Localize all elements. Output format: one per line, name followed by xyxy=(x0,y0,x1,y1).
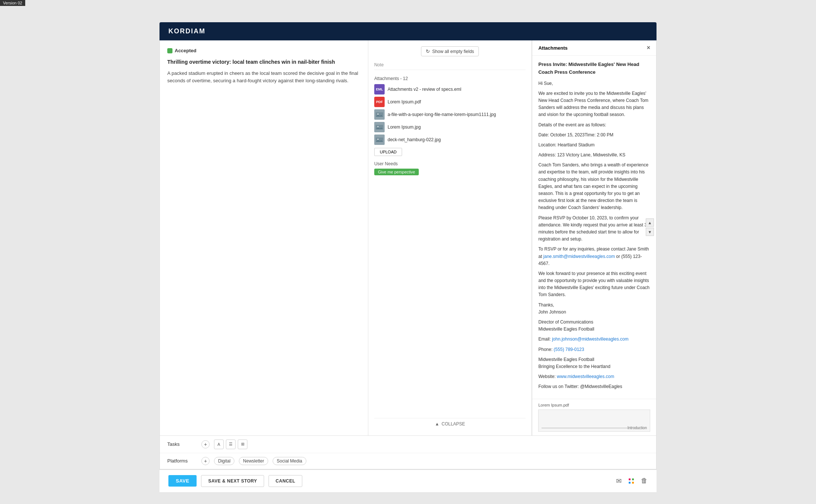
attachment-item[interactable]: PDF Lorem Ipsum.pdf xyxy=(374,97,526,107)
platform-tag-newsletter: Newsletter xyxy=(239,457,268,465)
right-panel-inner: Press Invite: Midwestville Eagles' New H… xyxy=(532,56,656,399)
email-link4[interactable]: www.midwestvilleeagles.com xyxy=(557,374,614,379)
save-button[interactable]: SAVE xyxy=(168,475,197,487)
save-next-button[interactable]: SAVE & NEXT STORY xyxy=(201,475,264,487)
email-rsvp: Please RSVP by October 10, 2023, to conf… xyxy=(538,215,650,243)
user-needs-tag: Give me perspective xyxy=(374,169,419,175)
email-content: Press Invite: Midwestville Eagles' New H… xyxy=(532,56,656,399)
email-closing: We look forward to your presence at this… xyxy=(538,270,650,299)
platform-tag-digital: Digital xyxy=(214,457,234,465)
navbar: KORDIAM xyxy=(159,22,657,40)
email-para1: We are excited to invite you to the Midw… xyxy=(538,90,650,119)
delete-icon-button[interactable]: 🗑 xyxy=(641,477,648,485)
image-icon xyxy=(374,135,385,145)
email-greeting: Hi Sue, xyxy=(538,80,650,87)
attachment-item[interactable]: a-file-with-a-super-long-file-name-lorem… xyxy=(374,109,526,120)
user-needs-label: User Needs xyxy=(374,161,526,166)
email-details-header: Details of the event are as follows: xyxy=(538,122,650,129)
image-icon xyxy=(374,122,385,132)
svg-rect-10 xyxy=(632,478,634,480)
email-contact: To RSVP or for any inquiries, please con… xyxy=(538,246,650,267)
task-icon-a[interactable]: A xyxy=(214,440,224,449)
email-address: Address: 123 Victory Lane, Midwestville,… xyxy=(538,152,650,159)
email-link1[interactable]: jane.smith@midwestvilleeagles.com xyxy=(543,254,615,259)
user-needs-section: User Needs Give me perspective xyxy=(374,161,526,175)
middle-panel: ↻ Show all empty fields Note Attachments… xyxy=(368,40,532,435)
attachment-name: Lorem Ipsum.jpg xyxy=(388,125,421,130)
collapse-label: COLLAPSE xyxy=(441,421,465,427)
attachment-name: Attachments v2 - review of specs.eml xyxy=(388,87,461,92)
content-row: Accepted Thrilling overtime victory: loc… xyxy=(160,40,656,435)
email-email: Email: john.johnson@midwestvilleeagles.c… xyxy=(538,336,650,343)
attachment-name: deck-net_hamburg-022.jpg xyxy=(388,137,441,142)
upload-button[interactable]: UPLOAD xyxy=(374,148,402,156)
footer-right-icons: ✉ 🗑 xyxy=(616,477,648,485)
email-location: Location: Heartland Stadium xyxy=(538,142,650,149)
email-org: Midwestville Eagles FootballBringing Exc… xyxy=(538,356,650,370)
note-label: Note xyxy=(374,62,526,70)
email-thanks: Thanks,John Johnson xyxy=(538,302,650,316)
email-title: Director of CommunicationsMidwestville E… xyxy=(538,319,650,333)
attachment-item[interactable]: EML Attachments v2 - review of specs.eml xyxy=(374,84,526,94)
attachments-panel-title: Attachments xyxy=(538,45,567,51)
refresh-icon: ↻ xyxy=(426,49,430,54)
email-link3[interactable]: (555) 789-0123 xyxy=(554,347,584,352)
show-empty-fields-button[interactable]: ↻ Show all empty fields xyxy=(421,46,479,56)
task-icon-g[interactable]: ⊞ xyxy=(238,440,247,449)
attachment-item[interactable]: deck-net_hamburg-022.jpg xyxy=(374,135,526,145)
attachments-panel-header: Attachments × xyxy=(532,40,656,56)
pdf-icon: PDF xyxy=(374,97,385,107)
pdf-intro-text: Introduction xyxy=(628,426,647,430)
eml-icon: EML xyxy=(374,84,385,94)
tasks-label: Tasks xyxy=(167,441,197,447)
pdf-preview: Lorem Ipsum.pdf Introduction xyxy=(532,399,656,435)
logo: KORDIAM xyxy=(168,27,205,35)
close-attachments-button[interactable]: × xyxy=(647,45,650,51)
email-twitter: Follow us on Twitter: @MidwestvilleEagle… xyxy=(538,383,650,390)
email-website: Website: www.midwestvilleeagles.com xyxy=(538,373,650,380)
left-panel: Accepted Thrilling overtime victory: loc… xyxy=(160,40,368,435)
status-dot xyxy=(167,48,172,53)
image-icon xyxy=(374,109,385,120)
email-date: Date: October 15, 2023Time: 2:00 PM xyxy=(538,132,650,139)
email-subject: Press Invite: Midwestville Eagles' New H… xyxy=(538,61,650,76)
attachments-count-label: Attachments - 12 xyxy=(374,76,526,81)
attachment-item[interactable]: Lorem Ipsum.jpg xyxy=(374,122,526,132)
chevron-up-icon: ▲ xyxy=(435,421,440,427)
show-empty-label: Show all empty fields xyxy=(432,49,474,54)
story-body: A packed stadium erupted in cheers as th… xyxy=(167,70,361,85)
platform-tag-social: Social Media xyxy=(273,457,306,465)
tasks-row: Tasks + A ☰ ⊞ xyxy=(160,436,656,453)
add-task-button[interactable]: + xyxy=(201,440,210,448)
email-phone: Phone: (555) 789-0123 xyxy=(538,346,650,353)
svg-rect-9 xyxy=(629,478,631,480)
platforms-label: Platforms xyxy=(167,458,197,464)
story-title: Thrilling overtime victory: local team c… xyxy=(167,59,361,66)
status-badge: Accepted xyxy=(167,48,197,53)
slack-icon-button[interactable] xyxy=(628,477,635,485)
cancel-button[interactable]: CANCEL xyxy=(269,475,302,487)
attachment-name: a-file-with-a-super-long-file-name-lorem… xyxy=(388,112,496,117)
email-link2[interactable]: john.johnson@midwestvilleeagles.com xyxy=(552,336,628,342)
footer-bar: SAVE SAVE & NEXT STORY CANCEL ✉ 🗑 xyxy=(159,470,657,492)
version-badge: Version 02 xyxy=(0,0,25,6)
email-para2: Coach Tom Sanders, who brings a wealth o… xyxy=(538,162,650,211)
platforms-row: Platforms + Digital Newsletter Social Me… xyxy=(160,453,656,469)
svg-rect-12 xyxy=(632,482,634,484)
email-icon-button[interactable]: ✉ xyxy=(616,477,622,485)
svg-rect-11 xyxy=(629,482,631,484)
add-platform-button[interactable]: + xyxy=(201,457,210,465)
task-icons: A ☰ ⊞ xyxy=(214,440,247,449)
attachment-name: Lorem Ipsum.pdf xyxy=(388,99,421,105)
collapse-button[interactable]: ▲ COLLAPSE xyxy=(374,418,526,430)
scroll-down-button[interactable]: ▼ xyxy=(646,228,654,236)
attachments-panel: Attachments × Press Invite: Midwestville… xyxy=(532,40,656,435)
status-label: Accepted xyxy=(175,48,197,53)
bottom-sections: Tasks + A ☰ ⊞ Platforms + Digital Newsle… xyxy=(160,435,656,469)
main-card: Accepted Thrilling overtime victory: loc… xyxy=(159,40,657,470)
pdf-preview-label: Lorem Ipsum.pdf xyxy=(538,403,650,407)
task-icon-e[interactable]: ☰ xyxy=(226,440,236,449)
attachment-list: EML Attachments v2 - review of specs.eml… xyxy=(374,84,526,145)
pdf-preview-box: Introduction xyxy=(538,410,650,432)
scroll-up-button[interactable]: ▲ xyxy=(646,218,654,226)
